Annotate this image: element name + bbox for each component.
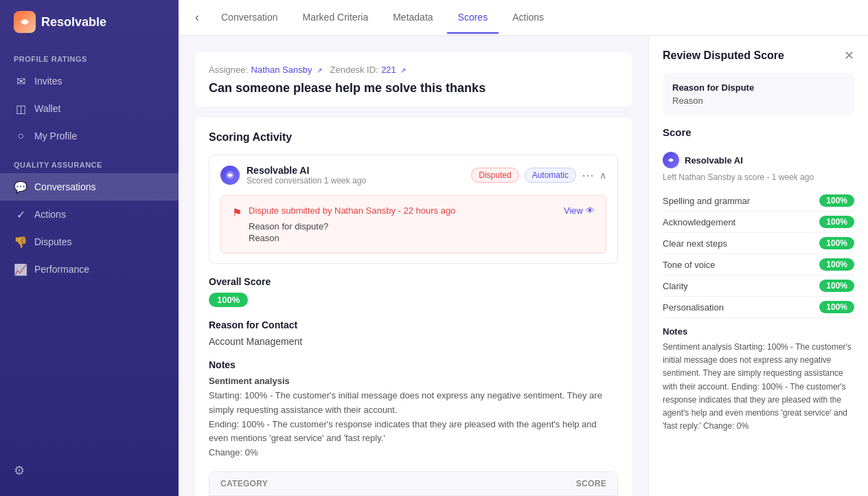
criteria-name: Personalisation xyxy=(663,302,724,313)
panel-ai-avatar xyxy=(663,152,679,168)
panel-ai-name: Resolvable AI xyxy=(685,155,743,166)
mail-icon: ✉ xyxy=(14,74,27,88)
criteria-score: 100% xyxy=(819,258,854,271)
tab-metadata[interactable]: Metadata xyxy=(382,2,444,34)
scorer-name: Resolvable AI xyxy=(247,165,366,176)
zendesk-label: Zendesk ID: xyxy=(325,65,378,75)
main-panel: Assignee: Nathan Sansby ↗ Zendesk ID: 22… xyxy=(179,36,648,496)
category-header: Category xyxy=(220,479,268,488)
sidebar-item-label: Wallet xyxy=(34,103,60,114)
reason-dispute-label: Reason for Dispute xyxy=(672,82,845,93)
close-button[interactable]: ✕ xyxy=(844,49,854,62)
tab-marked-criteria[interactable]: Marked Criteria xyxy=(292,2,380,34)
criteria-row-clarity: Clarity 100% xyxy=(663,275,854,297)
panel-ai-info: Resolvable AI xyxy=(685,155,743,166)
criteria-score: 100% xyxy=(819,301,854,313)
criteria-row-clear-next-steps: Clear next steps 100% xyxy=(663,233,854,254)
sidebar-item-label: Performance xyxy=(34,264,89,275)
notes-bold: Sentiment analysis xyxy=(209,376,618,386)
panel-title: Review Disputed Score xyxy=(663,49,784,62)
sidebar-bottom: ⚙ xyxy=(0,456,179,485)
criteria-row-spelling: Spelling and grammar 100% xyxy=(663,190,854,212)
logo-text: Resolvable xyxy=(41,15,106,30)
sidebar-item-conversations[interactable]: 💬 Conversations xyxy=(0,173,179,201)
reason-dispute-value: Reason xyxy=(672,95,845,106)
flag-icon: ⚑ xyxy=(232,206,242,219)
view-label: View xyxy=(564,205,583,216)
external-link-icon: ↗ xyxy=(317,67,322,74)
reason-for-contact-value: Account Management xyxy=(209,336,618,347)
criteria-name: Clear next steps xyxy=(663,238,727,249)
collapse-button[interactable]: ∧ xyxy=(599,170,606,181)
criteria-name: Acknowledgement xyxy=(663,217,735,227)
assignee-link[interactable]: Nathan Sansby xyxy=(251,65,312,75)
criteria-score: 100% xyxy=(819,280,854,292)
top-nav: ‹ Conversation Marked Criteria Metadata … xyxy=(179,0,868,36)
sidebar-item-my-profile[interactable]: ○ My Profile xyxy=(0,122,179,150)
criteria-name: Clarity xyxy=(663,281,688,291)
sidebar-item-label: Conversations xyxy=(34,181,96,192)
table-header: Category Score xyxy=(209,472,617,496)
performance-icon: 📈 xyxy=(14,262,27,276)
zendesk-link[interactable]: 221 xyxy=(381,65,396,75)
criteria-score: 100% xyxy=(819,216,854,228)
criteria-score: 100% xyxy=(819,194,854,207)
sidebar-item-actions[interactable]: ✓ Actions xyxy=(0,201,179,228)
dispute-section: Reason for Dispute Reason xyxy=(663,73,854,115)
dispute-alert: ⚑ Dispute submitted by Nathan Sansby - 2… xyxy=(220,195,606,253)
notes-label: Notes xyxy=(209,359,618,370)
reason-for-contact-label: Reason for Contact xyxy=(209,319,618,330)
notes-text: Starting: 100% - The customer's initial … xyxy=(209,389,618,460)
zendesk-external-icon: ↗ xyxy=(400,67,406,74)
category-table: Category Score Spelling and grammar 100%… xyxy=(209,471,618,496)
more-button[interactable]: ⋯ xyxy=(582,169,594,181)
criteria-list: Spelling and grammar 100% Acknowledgemen… xyxy=(663,190,854,318)
automatic-badge: Automatic xyxy=(525,168,576,183)
disputes-icon: 👎 xyxy=(14,235,27,249)
profile-ratings-section: Profile Ratings xyxy=(0,44,179,67)
score-header: Score xyxy=(576,479,606,488)
sidebar-item-disputes[interactable]: 👎 Disputes xyxy=(0,228,179,256)
profile-icon: ○ xyxy=(14,129,27,143)
quality-assurance-section: Quality Assurance xyxy=(0,150,179,173)
score-row: Resolvable AI Scored conversation 1 week… xyxy=(209,155,618,264)
criteria-row-tone: Tone of voice 100% xyxy=(663,254,854,275)
criteria-score: 100% xyxy=(819,237,854,249)
sidebar-item-label: Invites xyxy=(34,76,62,87)
sidebar-item-wallet[interactable]: ◫ Wallet xyxy=(0,95,179,122)
score-section-title: Score xyxy=(663,126,854,138)
view-button[interactable]: View 👁 xyxy=(564,205,595,216)
panel-ai-time: Left Nathan Sansby a score - 1 week ago xyxy=(663,172,854,182)
score-badges: Disputed Automatic ⋯ ∧ xyxy=(471,168,606,183)
conversations-icon: 💬 xyxy=(14,180,27,194)
dispute-reason-value: Reason xyxy=(249,233,557,243)
dispute-text: Dispute submitted by Nathan Sansby - 22 … xyxy=(249,205,557,243)
assignee-bar: Assignee: Nathan Sansby ↗ Zendesk ID: 22… xyxy=(195,52,632,106)
sidebar-item-label: My Profile xyxy=(34,131,77,142)
back-button[interactable]: ‹ xyxy=(195,10,199,25)
ai-avatar xyxy=(220,166,240,185)
overall-score-label: Overall Score xyxy=(209,276,618,287)
scorer-info: Resolvable AI Scored conversation 1 week… xyxy=(247,165,366,185)
tab-actions[interactable]: Actions xyxy=(501,2,555,34)
criteria-row-acknowledgement: Acknowledgement 100% xyxy=(663,212,854,233)
main-area: ‹ Conversation Marked Criteria Metadata … xyxy=(179,0,868,496)
overall-score-badge: 100% xyxy=(209,293,248,307)
sidebar-item-label: Disputes xyxy=(34,236,71,247)
dispute-reason-label: Reason for dispute? xyxy=(249,221,557,232)
tab-scores[interactable]: Scores xyxy=(447,2,499,34)
wallet-icon: ◫ xyxy=(14,102,27,115)
panel-ai-row: Resolvable AI xyxy=(663,148,854,172)
settings-icon[interactable]: ⚙ xyxy=(14,463,165,478)
sidebar-item-performance[interactable]: 📈 Performance xyxy=(0,256,179,283)
sidebar: Resolvable Profile Ratings ✉ Invites ◫ W… xyxy=(0,0,179,496)
panel-header: Review Disputed Score ✕ xyxy=(663,49,854,62)
score-row-header: Resolvable AI Scored conversation 1 week… xyxy=(220,165,606,185)
eye-icon: 👁 xyxy=(586,205,595,216)
scoring-activity-title: Scoring Activity xyxy=(209,131,618,144)
actions-icon: ✓ xyxy=(14,207,27,221)
tab-conversation[interactable]: Conversation xyxy=(210,2,289,34)
conversation-title: Can someone please help me solve this th… xyxy=(209,81,618,95)
sidebar-item-invites[interactable]: ✉ Invites xyxy=(0,67,179,95)
logo-icon xyxy=(14,11,36,33)
